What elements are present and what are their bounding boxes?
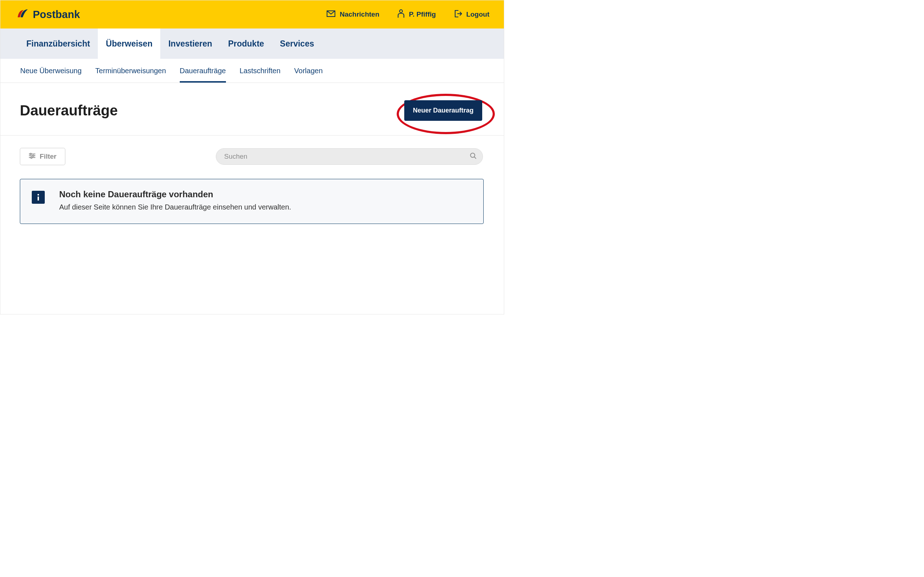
nav-produkte[interactable]: Produkte (220, 29, 272, 59)
info-texts: Noch keine Daueraufträge vorhanden Auf d… (59, 189, 291, 211)
svg-rect-11 (37, 197, 39, 200)
mail-icon (327, 10, 335, 19)
svg-point-8 (471, 153, 475, 158)
subnav-label: Neue Überweisung (20, 67, 82, 75)
new-dauerauftrag-button[interactable]: Neuer Dauerauftrag (404, 100, 482, 121)
user-label: P. Pfiffig (409, 10, 436, 18)
user-link[interactable]: P. Pfiffig (397, 10, 436, 20)
messages-label: Nachrichten (340, 10, 380, 18)
svg-point-5 (32, 155, 34, 156)
subnav-neue-ueberweisung[interactable]: Neue Überweisung (20, 59, 82, 82)
subnav-vorlagen[interactable]: Vorlagen (294, 59, 323, 82)
top-actions: Nachrichten P. Pfiffig Logout (327, 10, 489, 20)
nav-investieren[interactable]: Investieren (160, 29, 220, 59)
filter-icon (29, 153, 36, 161)
search-wrap (216, 148, 483, 165)
page-header: Daueraufträge Neuer Dauerauftrag (0, 83, 504, 135)
svg-point-3 (30, 153, 31, 155)
nav-label: Produkte (228, 39, 264, 49)
info-title: Noch keine Daueraufträge vorhanden (59, 189, 291, 200)
nav-label: Services (280, 39, 314, 49)
nav-label: Finanzübersicht (26, 39, 90, 49)
nav-label: Investieren (168, 39, 212, 49)
subnav-label: Terminüberweisungen (95, 67, 166, 75)
nav-ueberweisen[interactable]: Überweisen (98, 29, 160, 59)
svg-point-1 (399, 10, 402, 13)
primary-nav: Finanzübersicht Überweisen Investieren P… (0, 29, 504, 59)
nav-services[interactable]: Services (272, 29, 322, 59)
logout-icon (454, 10, 462, 19)
postbank-logo-icon (17, 9, 29, 20)
nav-label: Überweisen (106, 39, 152, 49)
logout-label: Logout (466, 10, 489, 18)
nav-finanzuebersicht[interactable]: Finanzübersicht (18, 29, 98, 59)
svg-rect-10 (37, 194, 39, 195)
filter-row: Filter (0, 135, 504, 175)
info-description: Auf dieser Seite können Sie Ihre Dauerau… (59, 203, 291, 211)
brand-name: Postbank (33, 9, 80, 21)
page-title: Daueraufträge (20, 102, 118, 119)
subnav-lastschriften[interactable]: Lastschriften (240, 59, 281, 82)
search-icon[interactable] (470, 153, 477, 161)
messages-link[interactable]: Nachrichten (327, 10, 380, 19)
subnav-label: Vorlagen (294, 67, 323, 75)
logout-link[interactable]: Logout (454, 10, 489, 19)
filter-label: Filter (40, 153, 56, 161)
filter-button[interactable]: Filter (20, 148, 65, 165)
subnav-terminueberweisungen[interactable]: Terminüberweisungen (95, 59, 166, 82)
info-icon (32, 191, 45, 204)
subnav-label: Daueraufträge (180, 67, 226, 75)
search-input[interactable] (216, 148, 483, 165)
user-icon (397, 10, 405, 20)
brand[interactable]: Postbank (17, 9, 80, 21)
svg-point-7 (31, 157, 32, 158)
sub-nav: Neue Überweisung Terminüberweisungen Dau… (0, 59, 504, 83)
subnav-label: Lastschriften (240, 67, 281, 75)
info-panel: Noch keine Daueraufträge vorhanden Auf d… (20, 179, 484, 224)
subnav-dauerauftraege[interactable]: Daueraufträge (180, 59, 226, 82)
top-header: Postbank Nachrichten P. Pfiffig (0, 0, 504, 29)
svg-line-9 (474, 157, 476, 159)
